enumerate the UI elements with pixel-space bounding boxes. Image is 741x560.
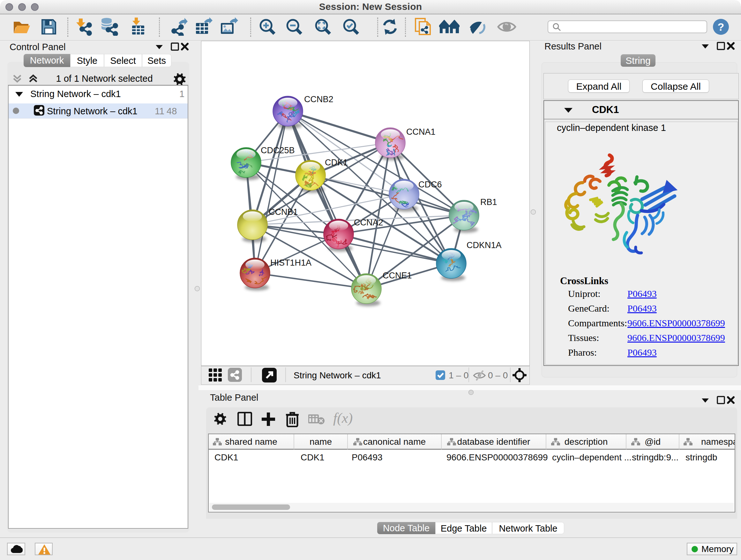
svg-text:HIST1H1A: HIST1H1A (270, 258, 312, 267)
svg-text:CCNB1: CCNB1 (269, 207, 298, 217)
svg-text:CDK1: CDK1 (325, 158, 348, 167)
svg-text:?: ? (718, 21, 724, 33)
svg-text:RB1: RB1 (480, 197, 497, 207)
svg-text:CCNE1: CCNE1 (383, 271, 412, 280)
svg-text:CDKN1A: CDKN1A (467, 240, 502, 250)
svg-text:CDC25B: CDC25B (261, 145, 295, 155)
svg-text:CDC6: CDC6 (418, 180, 442, 189)
svg-text:CCNA1: CCNA1 (406, 127, 435, 137)
svg-text:CCNA2: CCNA2 (354, 218, 383, 227)
svg-text:CCNB2: CCNB2 (304, 95, 333, 104)
